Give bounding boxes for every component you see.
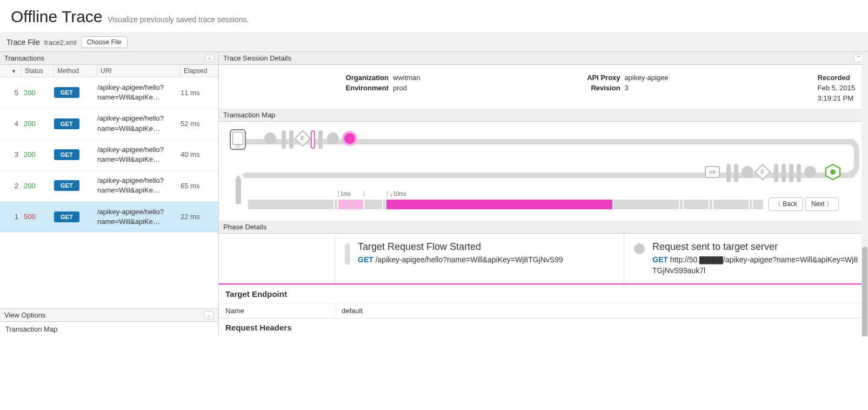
tx-method: GET xyxy=(54,118,97,129)
page-title: Offline Trace xyxy=(11,8,103,25)
transaction-row[interactable]: 4200GET/apikey-apigee/hello?name=Will&ap… xyxy=(0,108,218,139)
client-device-icon[interactable] xyxy=(230,129,246,150)
tracefile-bar: Trace File trace2.xml Choose File xyxy=(0,33,868,52)
flow-node[interactable] xyxy=(804,166,816,178)
tx-elapsed: 52 ms xyxy=(181,120,218,128)
trace-session-details-header: Trace Session Details ⌃ xyxy=(219,52,868,65)
tx-elapsed: 40 ms xyxy=(181,150,218,158)
request-headers-section: Request Headers xyxy=(219,318,868,336)
phase-left-title: Target Request Flow Started xyxy=(358,241,563,253)
col-status[interactable]: Status xyxy=(22,65,54,77)
phase-right-title: Request sent to target server xyxy=(652,241,858,253)
tx-elapsed: 11 ms xyxy=(181,89,218,97)
transaction-row[interactable]: 2200GET/apikey-apigee/hello?name=Will&ap… xyxy=(0,170,218,201)
flow-condition-icon[interactable]: F xyxy=(297,133,309,144)
endpoint-name-value: default xyxy=(335,303,868,318)
target-endpoint-heading: Target Endpoint xyxy=(219,285,868,303)
transactions-column-header: ▼ Status Method URI Elapsed xyxy=(0,65,218,77)
session-metadata: Organizationwwitman Environmentprod API … xyxy=(219,65,868,109)
view-options-panel: View Options ⌄ Transaction Map xyxy=(0,308,218,336)
view-options-toggle-icon[interactable]: ⌄ xyxy=(204,311,214,319)
timing-label-10ms: ┌10ms xyxy=(387,191,406,197)
page-subtitle: Visualize previously saved trace session… xyxy=(108,15,249,24)
tx-method: GET xyxy=(54,180,97,191)
tx-status: 200 xyxy=(22,150,54,158)
flow-pill[interactable] xyxy=(774,164,778,182)
tx-status: 500 xyxy=(22,213,54,221)
collapse-left-icon[interactable]: « xyxy=(205,55,214,62)
recorded-date: Feb 5, 2015 xyxy=(818,84,855,92)
target-endpoint-section: Target Endpoint Name default xyxy=(219,285,868,318)
phase-pill-icon xyxy=(345,243,350,265)
sort-indicator[interactable]: ▼ xyxy=(0,65,22,77)
rev-value: 3 xyxy=(625,84,629,92)
tx-method: GET xyxy=(54,211,97,222)
org-value: wwitman xyxy=(393,74,420,82)
transaction-map-header: Transaction Map xyxy=(219,109,868,122)
tracefile-label: Trace File xyxy=(6,38,40,47)
tx-uri: /apikey-apigee/hello?name=Will&apiKe… xyxy=(97,83,181,102)
tx-index: 2 xyxy=(0,182,22,190)
rev-label: Revision xyxy=(561,84,620,92)
transaction-row[interactable]: 1500GET/apikey-apigee/hello?name=Will&ap… xyxy=(0,202,218,233)
trace-session-details-title: Trace Session Details xyxy=(223,54,291,62)
tx-uri: /apikey-apigee/hello?name=Will&apiKe… xyxy=(97,145,181,164)
flow-pill[interactable] xyxy=(797,164,801,182)
flow-pill[interactable] xyxy=(311,130,315,149)
recorded-label: Recorded xyxy=(818,74,855,82)
tx-index: 4 xyxy=(0,120,22,128)
transaction-row[interactable]: 3200GET/apikey-apigee/hello?name=Will&ap… xyxy=(0,140,218,170)
endpoint-name-label: Name xyxy=(219,303,335,318)
next-button[interactable]: Next 〉 xyxy=(805,197,839,211)
phase-details-header: Phase Details xyxy=(219,221,868,234)
view-option-transaction-map[interactable]: Transaction Map xyxy=(5,325,213,333)
choose-file-button[interactable]: Choose File xyxy=(81,36,128,48)
col-uri[interactable]: URI xyxy=(97,65,181,77)
col-elapsed[interactable]: Elapsed xyxy=(181,65,218,77)
tx-status: 200 xyxy=(22,89,54,97)
flow-node[interactable] xyxy=(327,133,339,144)
tx-index: 5 xyxy=(0,89,22,97)
phase-right-request: GET http://50.▇▇▇▇/apikey-apigee?name=Wi… xyxy=(652,255,858,276)
transactions-header: Transactions « xyxy=(0,52,218,65)
return-arrow-icon xyxy=(234,173,243,205)
org-label: Organization xyxy=(329,74,389,82)
env-label: Environment xyxy=(329,84,389,92)
flow-node-selected[interactable] xyxy=(342,131,357,146)
col-method[interactable]: Method xyxy=(54,65,97,77)
transaction-map: F AX F xyxy=(219,122,868,221)
tx-status: 200 xyxy=(22,120,54,128)
svg-point-1 xyxy=(830,169,836,175)
scrollbar[interactable] xyxy=(862,52,868,336)
phase-details-title: Phase Details xyxy=(223,223,266,231)
request-headers-heading: Request Headers xyxy=(219,319,868,336)
timing-bar[interactable]: 1ms ┌10ms xyxy=(248,200,763,209)
transactions-title: Transactions xyxy=(4,54,44,62)
tx-elapsed: 65 ms xyxy=(181,182,218,190)
flow-pill[interactable] xyxy=(782,164,786,182)
flow-policy-icon[interactable]: AX xyxy=(705,166,720,178)
transaction-row[interactable]: 5200GET/apikey-apigee/hello?name=Will&ap… xyxy=(0,77,218,108)
flow-pill[interactable] xyxy=(318,130,323,149)
target-node-icon[interactable] xyxy=(825,164,841,180)
flow-node[interactable] xyxy=(264,133,276,144)
page-header: Offline Trace Visualize previously saved… xyxy=(0,0,868,33)
back-button[interactable]: 〈 Back xyxy=(769,197,803,211)
flow-pill[interactable] xyxy=(734,164,738,182)
flow-pill[interactable] xyxy=(282,130,286,149)
flow-pill[interactable] xyxy=(726,164,731,182)
tx-uri: /apikey-apigee/hello?name=Will&apiKe… xyxy=(97,114,181,133)
env-value: prod xyxy=(393,84,407,92)
proxy-label: API Proxy xyxy=(561,74,620,82)
flow-condition-icon[interactable]: F xyxy=(757,166,769,178)
proxy-value: apikey-apigee xyxy=(625,74,669,82)
flow-node[interactable] xyxy=(742,166,753,178)
phase-details: Target Request Flow Started GET /apikey-… xyxy=(219,234,868,285)
tracefile-name: trace2.xml xyxy=(44,38,77,47)
tx-index: 3 xyxy=(0,150,22,158)
phase-left-request: GET /apikey-apigee/hello?name=Will&apiKe… xyxy=(358,255,563,266)
tx-method: GET xyxy=(54,87,97,98)
tx-uri: /apikey-apigee/hello?name=Will&apiKe… xyxy=(97,176,181,195)
flow-pill[interactable] xyxy=(289,130,293,149)
flow-pill[interactable] xyxy=(789,164,793,182)
